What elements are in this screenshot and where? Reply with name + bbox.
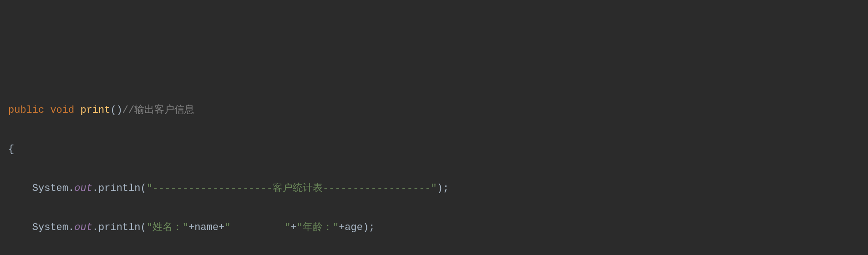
system-ref: System. (32, 222, 74, 233)
system-ref: System. (32, 183, 74, 194)
concat-op: +name+ (188, 222, 224, 233)
statement-end: ); (437, 183, 449, 194)
code-editor[interactable]: public void print()//输出客户信息 { System.out… (0, 82, 868, 255)
string-literal: "--------------------客户统计表--------------… (147, 183, 437, 194)
comment: //输出客户信息 (122, 105, 194, 116)
println-call: .println( (92, 183, 147, 194)
code-line-1: public void print()//输出客户信息 (0, 101, 868, 120)
concat-op: +age); (339, 222, 375, 233)
code-line-4: System.out.println("姓名："+name+" "+"年龄："+… (0, 218, 868, 238)
keyword-public: public (8, 105, 44, 116)
println-call: .println( (92, 222, 147, 233)
concat-op: + (291, 222, 297, 233)
keyword-void: void (50, 105, 74, 116)
code-line-2: { (0, 140, 868, 160)
method-name: print (80, 105, 110, 116)
out-field: out (74, 222, 92, 233)
parens: () (110, 105, 122, 116)
string-literal: "年龄：" (297, 222, 339, 233)
out-field: out (74, 183, 92, 194)
string-literal: "姓名：" (147, 222, 188, 233)
brace-open: { (8, 144, 14, 155)
string-literal: " " (224, 222, 290, 233)
code-line-3: System.out.println("--------------------… (0, 179, 868, 199)
